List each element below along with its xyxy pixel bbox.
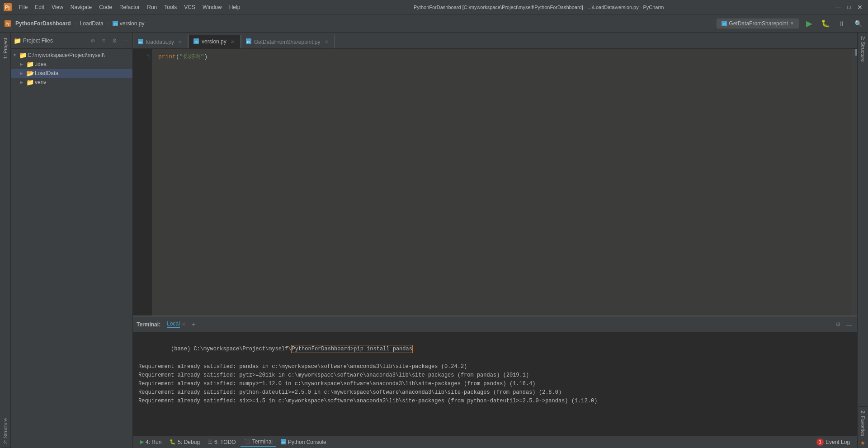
tree-item-venv[interactable]: ▶ 📁 venv <box>11 78 132 87</box>
terminal-line-2: Requirement already satisfied: pytz>=201… <box>138 371 852 380</box>
structure-right-label[interactable]: 2: Structure <box>859 33 868 66</box>
terminal-minimize-button[interactable]: — <box>844 320 854 329</box>
maximize-button[interactable]: □ <box>844 3 854 12</box>
menu-tools[interactable]: Tools <box>160 2 180 12</box>
breadcrumb-project[interactable]: PythonForDashboard <box>15 20 71 27</box>
menu-refactor[interactable]: Refactor <box>116 2 143 12</box>
run-config-name: GetDataFromSharepoint <box>729 20 788 27</box>
tree-header-filter-icon[interactable]: ≡ <box>99 36 108 45</box>
project-icon: Py <box>4 19 12 28</box>
title-bar: Py File Edit View Navigate Code Refactor… <box>0 0 868 14</box>
run-status-btn[interactable]: ▶ 4: Run <box>137 438 165 446</box>
run-config-icon: py <box>722 21 727 26</box>
tree-header-collapse-icon[interactable]: — <box>121 36 130 45</box>
tree-item-loaddata[interactable]: ▶ 📂 LoadData <box>11 69 132 78</box>
event-log-badge: 1 <box>816 439 824 446</box>
breadcrumb-file: py version.py <box>113 20 145 27</box>
project-side-tab[interactable]: 1: Project 2: Structure <box>0 33 11 448</box>
event-log-btn[interactable]: 1 Event Log <box>813 438 854 447</box>
venv-expand-arrow: ▶ <box>20 80 25 85</box>
file-tree-panel: 📁 Project Files ⚙ ≡ ⚙ — ▼ 📁 C:\myworkspa… <box>11 33 133 448</box>
root-expand-arrow: ▼ <box>13 53 18 57</box>
search-everywhere-button[interactable]: 🔍 <box>852 17 864 30</box>
svg-text:py: py <box>247 40 250 43</box>
svg-text:Py: Py <box>5 5 10 10</box>
svg-text:Py: Py <box>6 22 10 26</box>
terminal-line-1: Requirement already satisfied: pandas in… <box>138 363 852 371</box>
structure-tab-label[interactable]: 2: Structure <box>1 415 10 448</box>
menu-edit[interactable]: Edit <box>31 2 48 12</box>
menu-navigate[interactable]: Navigate <box>67 2 95 12</box>
menu-view[interactable]: View <box>48 2 67 12</box>
profile-button[interactable]: ⏸ <box>835 17 848 30</box>
root-folder-icon: 📁 <box>19 52 27 59</box>
structure-side-tab[interactable]: 2: Structure 2: Favorites ★ <box>857 33 868 448</box>
terminal-local-tab[interactable]: Local ✕ <box>164 320 188 329</box>
line-numbers: 1 <box>133 49 153 316</box>
svg-text:py: py <box>139 41 142 43</box>
tab-version-close[interactable]: ✕ <box>229 38 236 45</box>
terminal-line-4: Requirement already satisfied: python-da… <box>138 388 852 397</box>
code-editor: 1 print("你好啊") <box>133 49 857 316</box>
tab-loaddata-close[interactable]: ✕ <box>177 39 183 45</box>
run-toolbar: Py PythonForDashboard › LoadData › py ve… <box>0 14 868 33</box>
breadcrumb-folder[interactable]: LoadData <box>80 20 104 27</box>
breadcrumb-sep2: › <box>107 20 109 27</box>
terminal-line-3: Requirement already satisfied: numpy>=1.… <box>138 380 852 388</box>
menu-code[interactable]: Code <box>95 2 116 12</box>
run-config-dropdown-icon: ▼ <box>790 21 794 26</box>
tab-getdata[interactable]: py GetDataFromSharepoint.py ✕ <box>241 35 335 48</box>
todo-status-label: 6: TODO <box>214 439 236 445</box>
terminal-settings-button[interactable]: ⚙ <box>834 320 843 329</box>
idea-label: .idea <box>35 61 47 67</box>
terminal-status-icon: ⬛ <box>244 439 250 444</box>
svg-text:py: py <box>282 441 285 443</box>
python-console-status-btn[interactable]: py Python Console <box>277 438 330 446</box>
tab-version[interactable]: py version.py ✕ <box>189 35 241 48</box>
tree-header-settings-icon[interactable]: ⚙ <box>110 36 119 45</box>
tab-loaddata[interactable]: py loaddata.py ✕ <box>133 35 188 48</box>
tree-item-idea[interactable]: ▶ 📁 .idea <box>11 60 132 69</box>
tab-version-label: version.py <box>202 38 226 45</box>
tab-getdata-icon: py <box>246 38 251 45</box>
svg-text:py: py <box>114 23 117 25</box>
menu-vcs[interactable]: VCS <box>180 2 199 12</box>
window-controls: — □ ✕ <box>834 3 864 12</box>
menu-run[interactable]: Run <box>143 2 160 12</box>
root-label: C:\myworkspace\Project\myself\ <box>28 52 105 58</box>
tree-header-cog-icon[interactable]: ⚙ <box>88 36 97 45</box>
terminal-status-btn[interactable]: ⬛ Terminal <box>241 438 276 447</box>
debug-status-label: 5: Debug <box>178 439 200 445</box>
menu-help[interactable]: Help <box>226 2 244 12</box>
run-status-label: 4: Run <box>146 439 161 445</box>
terminal-tab-close[interactable]: ✕ <box>182 322 185 327</box>
menu-file[interactable]: File <box>15 2 31 12</box>
tree-item-root[interactable]: ▼ 📁 C:\myworkspace\Project\myself\ <box>11 51 132 60</box>
right-edge-indicator <box>853 49 857 316</box>
close-button[interactable]: ✕ <box>855 3 864 12</box>
tab-getdata-close[interactable]: ✕ <box>323 39 330 45</box>
loaddata-label: LoadData <box>35 70 58 76</box>
tabs-bar: py loaddata.py ✕ py version.py ✕ py <box>133 33 857 49</box>
debug-button[interactable]: 🐛 <box>819 17 832 30</box>
add-terminal-tab-button[interactable]: + <box>190 320 198 329</box>
idea-expand-arrow: ▶ <box>20 62 25 66</box>
favorites-right-label[interactable]: 2: Favorites <box>859 406 868 440</box>
editor-bottom-wrapper: py loaddata.py ✕ py version.py ✕ py <box>133 33 857 448</box>
run-button[interactable]: ▶ <box>803 17 816 30</box>
terminal-content[interactable]: (base) C:\myworkspace\Project\myself\Pyt… <box>133 333 857 435</box>
tab-version-icon: py <box>193 38 199 45</box>
run-config-selector[interactable]: py GetDataFromSharepoint ▼ <box>717 19 799 28</box>
python-console-icon: py <box>281 439 286 445</box>
todo-status-btn[interactable]: ☰ 6: TODO <box>204 438 240 446</box>
terminal-tabs-bar: Terminal: Local ✕ + ⚙ — <box>133 316 857 333</box>
loaddata-folder-icon: 📂 <box>26 70 34 77</box>
code-content[interactable]: print("你好啊") <box>153 49 853 316</box>
editor-area: py loaddata.py ✕ py version.py ✕ py <box>133 33 857 316</box>
project-tab-label[interactable]: 1: Project <box>1 34 10 62</box>
debug-status-btn[interactable]: 🐛 5: Debug <box>166 438 203 446</box>
terminal-label: Terminal: <box>137 321 160 328</box>
venv-label: venv <box>35 79 46 85</box>
menu-window[interactable]: Window <box>199 2 226 12</box>
minimize-button[interactable]: — <box>834 3 843 12</box>
